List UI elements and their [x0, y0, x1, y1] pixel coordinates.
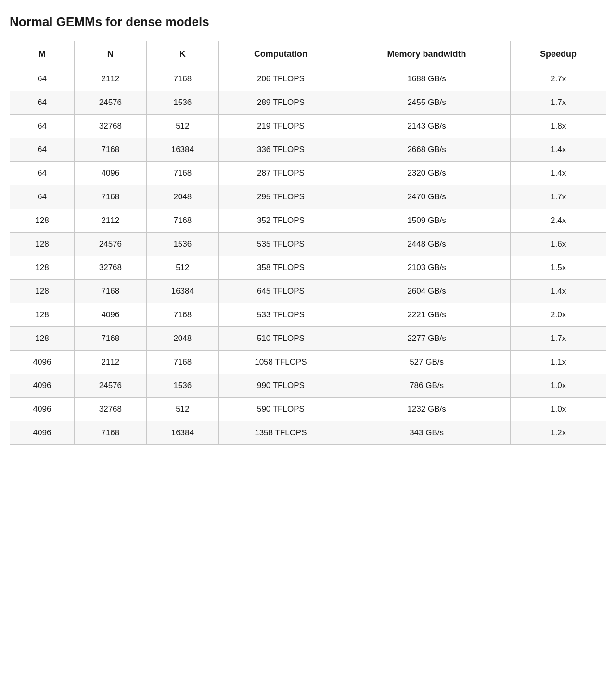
table-cell-k: 16384: [146, 280, 218, 303]
table-cell-k: 16384: [146, 138, 218, 162]
table-cell-k: 7168: [146, 67, 218, 91]
table-cell-computation: 289 TFLOPS: [218, 91, 343, 115]
table-cell-n: 32768: [74, 398, 146, 421]
table-cell-n: 2112: [74, 209, 146, 233]
table-cell-n: 7168: [74, 280, 146, 303]
table-cell-memory-bandwidth: 2604 GB/s: [343, 280, 510, 303]
table-cell-memory-bandwidth: 1509 GB/s: [343, 209, 510, 233]
table-cell-computation: 206 TFLOPS: [218, 67, 343, 91]
table-cell-speedup: 1.2x: [511, 421, 606, 445]
table-cell-memory-bandwidth: 527 GB/s: [343, 351, 510, 374]
table-cell-m: 64: [10, 67, 75, 91]
table-cell-computation: 533 TFLOPS: [218, 303, 343, 327]
table-row: 6440967168287 TFLOPS2320 GB/s1.4x: [10, 162, 606, 185]
table-cell-memory-bandwidth: 1688 GB/s: [343, 67, 510, 91]
table-row: 64716816384336 TFLOPS2668 GB/s1.4x: [10, 138, 606, 162]
table-cell-memory-bandwidth: 2470 GB/s: [343, 185, 510, 209]
table-cell-k: 512: [146, 256, 218, 280]
table-cell-k: 2048: [146, 327, 218, 351]
table-cell-computation: 510 TFLOPS: [218, 327, 343, 351]
table-cell-speedup: 1.4x: [511, 280, 606, 303]
table-cell-m: 64: [10, 91, 75, 115]
table-cell-speedup: 1.0x: [511, 374, 606, 398]
table-cell-computation: 219 TFLOPS: [218, 115, 343, 138]
table-cell-computation: 295 TFLOPS: [218, 185, 343, 209]
table-row: 128245761536535 TFLOPS2448 GB/s1.6x: [10, 233, 606, 256]
table-cell-memory-bandwidth: 2221 GB/s: [343, 303, 510, 327]
table-row: 128716816384645 TFLOPS2604 GB/s1.4x: [10, 280, 606, 303]
table-cell-m: 128: [10, 327, 75, 351]
table-cell-speedup: 1.7x: [511, 327, 606, 351]
table-cell-computation: 535 TFLOPS: [218, 233, 343, 256]
table-cell-memory-bandwidth: 2320 GB/s: [343, 162, 510, 185]
table-cell-n: 2112: [74, 67, 146, 91]
table-cell-n: 24576: [74, 91, 146, 115]
table-cell-computation: 590 TFLOPS: [218, 398, 343, 421]
table-cell-m: 128: [10, 303, 75, 327]
table-cell-computation: 1058 TFLOPS: [218, 351, 343, 374]
table-cell-speedup: 2.4x: [511, 209, 606, 233]
table-header-k: K: [146, 41, 218, 67]
table-cell-m: 128: [10, 256, 75, 280]
table-cell-speedup: 1.4x: [511, 162, 606, 185]
table-cell-computation: 336 TFLOPS: [218, 138, 343, 162]
table-cell-computation: 287 TFLOPS: [218, 162, 343, 185]
table-cell-n: 7168: [74, 138, 146, 162]
table-row: 40967168163841358 TFLOPS343 GB/s1.2x: [10, 421, 606, 445]
table-cell-memory-bandwidth: 2668 GB/s: [343, 138, 510, 162]
table-row: 12840967168533 TFLOPS2221 GB/s2.0x: [10, 303, 606, 327]
table-cell-n: 32768: [74, 115, 146, 138]
table-cell-speedup: 1.0x: [511, 398, 606, 421]
table-cell-memory-bandwidth: 2448 GB/s: [343, 233, 510, 256]
table-cell-n: 7168: [74, 327, 146, 351]
table-cell-k: 7168: [146, 209, 218, 233]
table-row: 12832768512358 TFLOPS2103 GB/s1.5x: [10, 256, 606, 280]
table-cell-n: 24576: [74, 374, 146, 398]
table-cell-k: 512: [146, 115, 218, 138]
table-cell-m: 128: [10, 209, 75, 233]
table-cell-n: 2112: [74, 351, 146, 374]
page-title: Normal GEMMs for dense models: [10, 14, 606, 29]
table-row: 6432768512219 TFLOPS2143 GB/s1.8x: [10, 115, 606, 138]
table-cell-m: 4096: [10, 421, 75, 445]
table-cell-k: 1536: [146, 91, 218, 115]
table-cell-computation: 645 TFLOPS: [218, 280, 343, 303]
table-cell-speedup: 1.7x: [511, 91, 606, 115]
table-cell-m: 4096: [10, 374, 75, 398]
table-header-memory-bandwidth: Memory bandwidth: [343, 41, 510, 67]
table-header-m: M: [10, 41, 75, 67]
table-cell-n: 7168: [74, 421, 146, 445]
table-cell-k: 1536: [146, 233, 218, 256]
table-cell-m: 4096: [10, 351, 75, 374]
table-header-n: N: [74, 41, 146, 67]
table-cell-n: 4096: [74, 303, 146, 327]
table-cell-computation: 358 TFLOPS: [218, 256, 343, 280]
table-cell-k: 7168: [146, 351, 218, 374]
table-row: 12821127168352 TFLOPS1509 GB/s2.4x: [10, 209, 606, 233]
table-cell-speedup: 1.1x: [511, 351, 606, 374]
table-cell-n: 32768: [74, 256, 146, 280]
table-cell-memory-bandwidth: 2143 GB/s: [343, 115, 510, 138]
table-cell-memory-bandwidth: 786 GB/s: [343, 374, 510, 398]
table-cell-k: 512: [146, 398, 218, 421]
table-cell-n: 24576: [74, 233, 146, 256]
table-cell-speedup: 1.4x: [511, 138, 606, 162]
table-cell-m: 64: [10, 115, 75, 138]
table-row: 4096211271681058 TFLOPS527 GB/s1.1x: [10, 351, 606, 374]
table-cell-m: 128: [10, 233, 75, 256]
table-cell-memory-bandwidth: 343 GB/s: [343, 421, 510, 445]
table-cell-m: 64: [10, 138, 75, 162]
table-cell-speedup: 1.7x: [511, 185, 606, 209]
table-row: 4096245761536990 TFLOPS786 GB/s1.0x: [10, 374, 606, 398]
table-cell-m: 4096: [10, 398, 75, 421]
table-cell-speedup: 1.8x: [511, 115, 606, 138]
table-cell-m: 64: [10, 185, 75, 209]
table-cell-m: 64: [10, 162, 75, 185]
table-row: 6421127168206 TFLOPS1688 GB/s2.7x: [10, 67, 606, 91]
table-row: 409632768512590 TFLOPS1232 GB/s1.0x: [10, 398, 606, 421]
table-cell-computation: 990 TFLOPS: [218, 374, 343, 398]
gemm-table: MNKComputationMemory bandwidthSpeedup 64…: [10, 41, 606, 445]
table-cell-memory-bandwidth: 1232 GB/s: [343, 398, 510, 421]
table-cell-n: 4096: [74, 162, 146, 185]
table-cell-memory-bandwidth: 2277 GB/s: [343, 327, 510, 351]
